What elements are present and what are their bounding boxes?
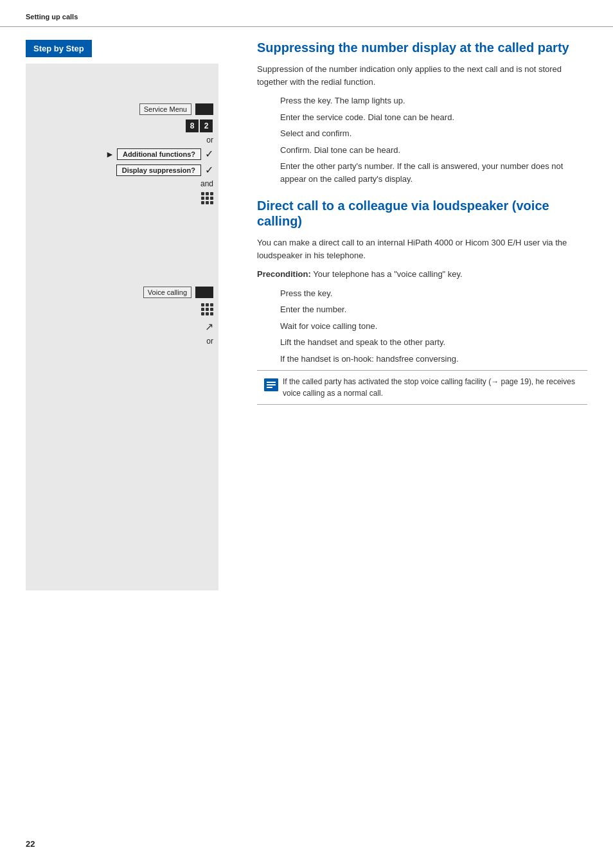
note-text: If the called party has activated the st… <box>283 376 585 399</box>
instr2-row5: If the handset is on-hook: handsfree con… <box>257 353 587 366</box>
instr1-icon5 <box>257 160 280 161</box>
and-label: and <box>26 179 218 188</box>
voice-calling-row: Voice calling <box>26 284 218 301</box>
page-number: 22 <box>26 839 35 849</box>
section2-body: You can make a direct call to an interna… <box>257 236 587 261</box>
instr1-text3: Select and confirm. <box>280 127 587 140</box>
display-suppression-button[interactable]: Display suppression? <box>116 164 201 176</box>
main-layout: Step by Step Service Menu 8 2 or <box>0 27 613 590</box>
header-title: Setting up calls <box>26 13 78 21</box>
instr1-row5: Enter the other party's number. If the c… <box>257 160 587 185</box>
instr2-icon5 <box>257 353 280 353</box>
voice-key-indicator <box>195 287 213 298</box>
instr1-row2: Enter the service code. Dial tone can be… <box>257 111 587 124</box>
keypad-row-1 <box>26 190 218 207</box>
keypad-row-2 <box>26 301 218 318</box>
step-by-step-box: Step by Step <box>26 40 92 57</box>
instr1-icon2 <box>257 111 280 112</box>
page-container: Setting up calls Step by Step Service Me… <box>0 0 613 868</box>
digit-2: 2 <box>200 120 213 132</box>
keypad-icon-1 <box>201 192 213 204</box>
digit-8: 8 <box>186 120 199 132</box>
keypad-icon-2 <box>201 303 213 315</box>
section1-body: Suppression of the number indication onl… <box>257 63 587 88</box>
svg-rect-1 <box>267 382 276 383</box>
additional-functions-row: ► Additional functions? ✓ <box>26 146 218 162</box>
voice-calling-button[interactable]: Voice calling <box>143 287 191 298</box>
instr2-row4: Lift the handset and speak to the other … <box>257 336 587 349</box>
instr1-icon1 <box>257 94 280 95</box>
instr2-row2: Enter the number. <box>257 303 587 316</box>
check-icon-2: ✓ <box>205 164 213 176</box>
instr2-text3: Wait for voice calling tone. <box>280 320 587 333</box>
header-bar: Setting up calls <box>0 0 613 27</box>
handset-icon: ↗ <box>205 321 213 333</box>
or-label-2: or <box>26 337 218 346</box>
handset-row: ↗ <box>26 318 218 335</box>
section1-heading: Suppressing the number display at the ca… <box>257 40 587 55</box>
service-menu-button[interactable]: Service Menu <box>139 103 191 115</box>
precondition-label: Precondition: <box>257 269 311 279</box>
instr2-row1: Press the key. <box>257 287 587 300</box>
instr1-text2: Enter the service code. Dial tone can be… <box>280 111 587 124</box>
step-by-step-label: Step by Step <box>33 44 84 53</box>
instr1-row3: Select and confirm. <box>257 127 587 140</box>
instr2-text2: Enter the number. <box>280 303 587 316</box>
svg-rect-3 <box>267 387 272 388</box>
or-label-1: or <box>26 136 218 145</box>
precondition-text: Your telephone has a "voice calling" key… <box>313 269 463 279</box>
instr1-text5: Enter the other party's number. If the c… <box>280 160 587 185</box>
note-icon <box>260 376 283 394</box>
left-panel: Step by Step Service Menu 8 2 or <box>26 27 244 590</box>
instr1-text4: Confirm. Dial tone can be heard. <box>280 144 587 157</box>
arrow-icon: ► <box>105 149 114 159</box>
instr2-text1: Press the key. <box>280 287 587 300</box>
left-content-area: Service Menu 8 2 or ► Additional functio… <box>26 64 218 590</box>
instr1-icon4 <box>257 144 280 145</box>
instr2-icon3 <box>257 320 280 321</box>
service-menu-row: Service Menu <box>26 101 218 118</box>
instr1-text1: Press the key. The lamp lights up. <box>280 94 587 107</box>
code-box: 8 2 <box>26 118 218 134</box>
instr2-row3: Wait for voice calling tone. <box>257 320 587 333</box>
instr1-icon3 <box>257 127 280 128</box>
svg-rect-2 <box>267 384 276 385</box>
section2-precondition: Precondition: Your telephone has a "voic… <box>257 268 587 281</box>
additional-functions-button[interactable]: Additional functions? <box>117 148 201 160</box>
instr2-icon2 <box>257 303 280 304</box>
display-suppression-row: Display suppression? ✓ <box>26 162 218 178</box>
note-box: If the called party has activated the st… <box>257 370 587 405</box>
section2-heading: Direct call to a colleague via loudspeak… <box>257 198 587 229</box>
key-indicator <box>195 103 213 115</box>
instr1-row1: Press the key. The lamp lights up. <box>257 94 587 107</box>
instr1-row4: Confirm. Dial tone can be heard. <box>257 144 587 157</box>
check-icon-1: ✓ <box>205 148 213 160</box>
instr2-icon4 <box>257 336 280 337</box>
instr2-icon1 <box>257 287 280 288</box>
instr2-text4: Lift the handset and speak to the other … <box>280 336 587 349</box>
instr2-text5: If the handset is on-hook: handsfree con… <box>280 353 587 366</box>
right-panel: Suppressing the number display at the ca… <box>244 27 587 590</box>
